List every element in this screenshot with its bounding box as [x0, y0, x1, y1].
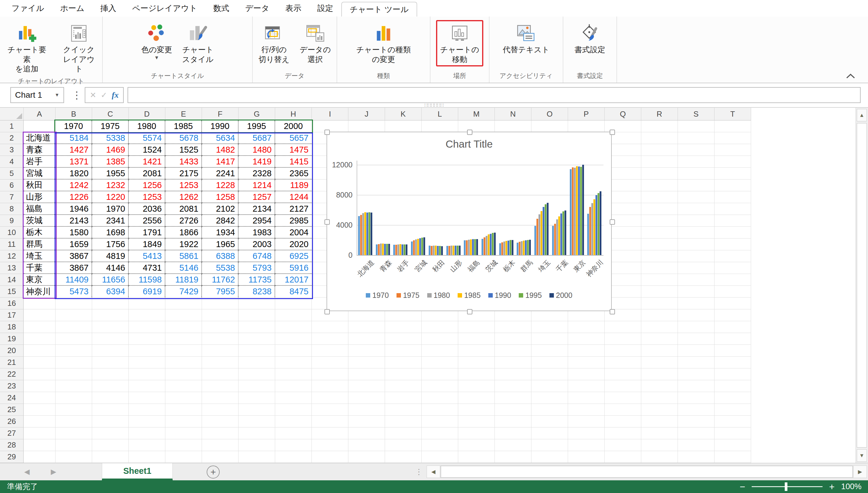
cell[interactable]: [312, 309, 348, 321]
chart-selection-handle[interactable]: [610, 219, 615, 224]
cell[interactable]: [421, 427, 458, 439]
cell[interactable]: [202, 309, 239, 321]
cell[interactable]: 1990: [202, 121, 239, 132]
col-header-M[interactable]: M: [458, 108, 495, 121]
cell[interactable]: [348, 451, 385, 463]
cell[interactable]: [605, 427, 641, 439]
cell[interactable]: 1385: [92, 156, 129, 168]
zoom-in-button[interactable]: +: [829, 482, 834, 492]
cell[interactable]: [202, 451, 239, 463]
cell[interactable]: [458, 427, 495, 439]
cell[interactable]: 2365: [275, 168, 312, 179]
cell[interactable]: [715, 368, 751, 380]
cell[interactable]: [458, 345, 495, 357]
row-header-12[interactable]: 12: [0, 250, 24, 262]
horizontal-scrollbar-thumb[interactable]: [441, 466, 853, 478]
cell[interactable]: 2985: [275, 215, 312, 227]
cell[interactable]: [715, 179, 751, 191]
cell[interactable]: 5861: [165, 250, 202, 262]
cell[interactable]: [56, 392, 92, 404]
cell[interactable]: 1756: [92, 238, 129, 250]
cell[interactable]: 2241: [202, 168, 239, 179]
cell[interactable]: [421, 321, 458, 333]
cell[interactable]: 1417: [202, 156, 239, 168]
cell[interactable]: 2102: [202, 203, 239, 215]
cell[interactable]: [605, 321, 641, 333]
cell[interactable]: 2134: [239, 203, 275, 215]
col-header-G[interactable]: G: [239, 108, 275, 121]
col-header-C[interactable]: C: [92, 108, 129, 121]
row-header-19[interactable]: 19: [0, 333, 24, 345]
menu-tab-1[interactable]: ファイル: [3, 0, 52, 17]
col-header-J[interactable]: J: [348, 108, 385, 121]
cell[interactable]: 1659: [56, 238, 92, 250]
cancel-icon[interactable]: ✕: [90, 91, 96, 100]
cell[interactable]: 6919: [129, 286, 165, 298]
cell[interactable]: 2020: [275, 238, 312, 250]
cell[interactable]: [24, 298, 56, 309]
cell[interactable]: [56, 439, 92, 451]
menu-tab-8[interactable]: 設定: [309, 0, 341, 17]
cell[interactable]: [421, 380, 458, 392]
cell[interactable]: [239, 321, 275, 333]
sheet-grid[interactable]: ABCDEFGHIJKLMNOPQRST11970197519801985199…: [0, 108, 855, 463]
cell[interactable]: [605, 451, 641, 463]
cell[interactable]: [715, 286, 751, 298]
cell[interactable]: [129, 333, 165, 345]
accept-icon[interactable]: ✓: [101, 91, 107, 100]
cell[interactable]: [678, 144, 715, 156]
cell[interactable]: [715, 168, 751, 179]
cell[interactable]: [385, 333, 421, 345]
cell[interactable]: [715, 392, 751, 404]
cell[interactable]: 5574: [129, 132, 165, 144]
cell[interactable]: 6388: [202, 250, 239, 262]
cell[interactable]: [202, 404, 239, 416]
cell[interactable]: [239, 416, 275, 427]
cell[interactable]: [24, 333, 56, 345]
cell[interactable]: 1253: [129, 191, 165, 203]
cell[interactable]: 1525: [165, 144, 202, 156]
cell[interactable]: 4146: [92, 262, 129, 274]
cell[interactable]: [202, 392, 239, 404]
cell[interactable]: [715, 427, 751, 439]
cell[interactable]: [421, 392, 458, 404]
cell[interactable]: 1820: [56, 168, 92, 179]
cell[interactable]: [641, 427, 678, 439]
cell[interactable]: [165, 368, 202, 380]
cell[interactable]: [568, 345, 605, 357]
cell[interactable]: 1970: [56, 121, 92, 132]
cell[interactable]: [568, 121, 605, 132]
cell[interactable]: [641, 357, 678, 368]
cell[interactable]: 岩手: [24, 156, 56, 168]
cell[interactable]: [275, 392, 312, 404]
cell[interactable]: 1995: [239, 121, 275, 132]
chart-selection-handle[interactable]: [610, 309, 615, 315]
cell[interactable]: [495, 368, 531, 380]
cell[interactable]: [678, 238, 715, 250]
cell[interactable]: [385, 451, 421, 463]
row-header-18[interactable]: 18: [0, 321, 24, 333]
cell[interactable]: [678, 427, 715, 439]
cell[interactable]: [531, 121, 568, 132]
cell[interactable]: [348, 321, 385, 333]
cell[interactable]: 東京: [24, 274, 56, 286]
cell[interactable]: 2328: [239, 168, 275, 179]
cell[interactable]: [202, 416, 239, 427]
cell[interactable]: 5338: [92, 132, 129, 144]
cell[interactable]: 11762: [202, 274, 239, 286]
cell[interactable]: 1934: [202, 227, 239, 238]
cell[interactable]: [421, 404, 458, 416]
cell[interactable]: [24, 427, 56, 439]
menu-tab-6[interactable]: データ: [237, 0, 277, 17]
cell[interactable]: 1228: [202, 179, 239, 191]
cell[interactable]: [165, 392, 202, 404]
cell[interactable]: [605, 392, 641, 404]
cell[interactable]: [531, 451, 568, 463]
cell[interactable]: 神奈川: [24, 286, 56, 298]
cell[interactable]: [275, 416, 312, 427]
cell[interactable]: 1419: [239, 156, 275, 168]
legend-item[interactable]: 1970: [366, 291, 389, 300]
cell[interactable]: 5657: [275, 132, 312, 144]
cell[interactable]: [641, 345, 678, 357]
cell[interactable]: [239, 345, 275, 357]
